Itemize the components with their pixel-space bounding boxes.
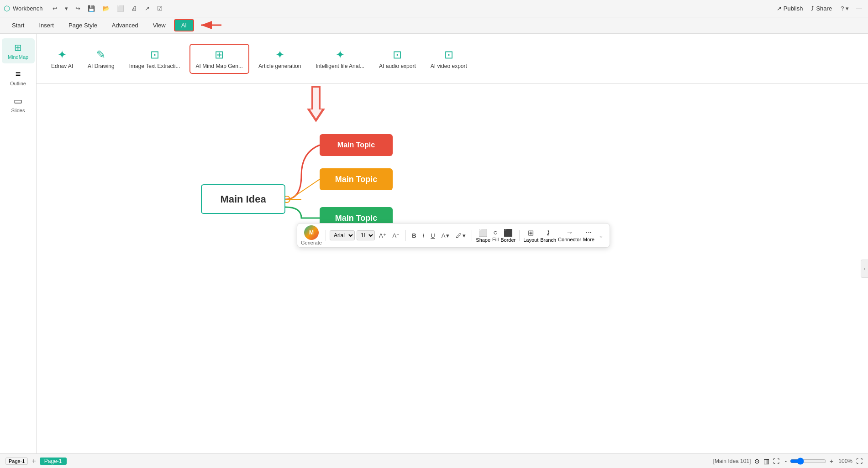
border-icon: ⬛	[504, 229, 513, 237]
font-select[interactable]: Arial	[330, 230, 355, 240]
page-dropdown[interactable]: Page-1	[5, 458, 28, 465]
mindmap-area: Main Topic Main Idea Main Topic Main Top…	[174, 111, 447, 294]
mindmap-icon: ⊞	[14, 42, 22, 53]
bold-button[interactable]: B	[410, 231, 418, 240]
generate-icon: M	[304, 225, 319, 240]
undo-button[interactable]: ↩	[50, 4, 60, 13]
more-icon: ···	[586, 229, 592, 237]
collapse-toolbar-button[interactable]: ⌄	[596, 231, 606, 240]
generate-button[interactable]: M Generate	[301, 225, 322, 245]
italic-button[interactable]: I	[421, 231, 427, 240]
slides-icon: ▭	[14, 95, 22, 106]
left-panel: ⊞ MindMap ≡ Outline ▭ Slides	[0, 34, 37, 453]
menu-page-style[interactable]: Page Style	[62, 20, 104, 31]
status-info: [Main Idea 101]	[713, 458, 751, 464]
workbench-label: Workbench	[13, 5, 43, 12]
toolbar-article-gen[interactable]: ✦ Article generation	[253, 45, 306, 73]
highlight-button[interactable]: 🖊 ▾	[453, 231, 468, 240]
zoom-slider[interactable]	[790, 458, 826, 465]
article-gen-icon: ✦	[275, 48, 284, 61]
help-button[interactable]: ? ▾	[838, 4, 851, 13]
undo-dropdown[interactable]: ▾	[63, 4, 70, 13]
svg-line-7	[290, 179, 320, 199]
ai-drawing-icon: ✎	[96, 48, 105, 61]
share-icon: ⤴	[811, 5, 814, 12]
publish-button[interactable]: ↗ Publish	[777, 5, 803, 12]
outline-icon: ≡	[16, 69, 21, 79]
right-panel-collapse[interactable]: ›	[861, 260, 868, 278]
zoom-out-button[interactable]: -	[783, 458, 788, 465]
connector-button[interactable]: → Connector	[558, 229, 581, 242]
border-button[interactable]: ⬛ Border	[500, 229, 516, 243]
page-button[interactable]: ⬜	[115, 4, 126, 13]
divider-2	[405, 230, 406, 241]
menu-advanced[interactable]: Advanced	[105, 20, 145, 31]
topic-node-red[interactable]: Main Topic	[320, 134, 393, 156]
view-mode-button[interactable]: ▥	[763, 458, 769, 465]
intelligent-file-icon: ✦	[336, 48, 345, 61]
toolbar-ai-audio[interactable]: ⊡ AI audio export	[374, 45, 421, 73]
layout-button[interactable]: ⊞ Layout	[523, 229, 538, 243]
redo-button[interactable]: ↪	[73, 4, 83, 13]
text-color-icon: A	[442, 232, 446, 239]
save-button[interactable]: 💾	[85, 4, 97, 13]
layout-icon: ⊞	[528, 229, 534, 237]
share-button[interactable]: ⤴ Share	[811, 5, 832, 12]
size-select[interactable]: 18	[357, 230, 375, 240]
float-toolbar: M Generate Arial 18 A⁺ A⁻ B I U A ▾	[297, 223, 610, 248]
zoom-control: - +	[783, 458, 835, 465]
toolbar-ai-drawing[interactable]: ✎ AI Drawing	[82, 45, 120, 73]
fill-icon: ○	[493, 229, 498, 237]
toolbar-ai-video[interactable]: ⊡ AI video export	[425, 45, 473, 73]
underline-button[interactable]: U	[428, 231, 437, 240]
menu-bar: Start Insert Page Style Advanced View AI	[0, 17, 868, 34]
print-button[interactable]: 🖨	[129, 4, 140, 13]
canvas[interactable]: M Generate Arial 18 A⁺ A⁻ B I U A ▾	[37, 84, 868, 453]
text-color-button[interactable]: A ▾	[439, 231, 452, 240]
shape-icon: ⬜	[479, 229, 488, 237]
status-bar: Page-1 + Page-1 [Main Idea 101] ⊙ ▥ ⛶ - …	[0, 453, 868, 468]
open-button[interactable]: 📂	[100, 4, 112, 13]
menu-start[interactable]: Start	[5, 20, 31, 31]
minimize-button[interactable]: —	[854, 4, 864, 13]
highlight-icon: 🖊	[456, 232, 462, 239]
ai-video-icon: ⊡	[444, 48, 453, 61]
export-button[interactable]: ↗	[142, 4, 152, 13]
fullscreen-button[interactable]: ⛶	[773, 458, 779, 465]
toolbar-ai-mind-map[interactable]: ⊞ AI Mind Map Gen...	[189, 44, 249, 74]
toolbar-edraw-ai[interactable]: ✦ Edraw AI	[46, 45, 79, 73]
sidebar-item-slides[interactable]: ▭ Slides	[2, 92, 35, 117]
zoom-in-button[interactable]: +	[828, 458, 835, 465]
expand-button[interactable]: ⛶	[856, 458, 863, 465]
sidebar-item-mindmap[interactable]: ⊞ MindMap	[2, 38, 35, 63]
title-bar: ⬡ Workbench ↩ ▾ ↪ 💾 📂 ⬜ 🖨 ↗ ☑ ↗ Publish …	[0, 0, 868, 17]
divider-3	[472, 230, 472, 241]
app-icon: ⬡	[4, 4, 10, 13]
menu-ai[interactable]: AI	[174, 19, 194, 31]
font-decrease-button[interactable]: A⁻	[390, 231, 402, 240]
fill-button[interactable]: ○ Fill	[492, 229, 499, 242]
font-increase-button[interactable]: A⁺	[377, 231, 389, 240]
branch-button[interactable]: ⤸ Branch	[540, 229, 556, 243]
sidebar-item-outline[interactable]: ≡ Outline	[2, 65, 35, 90]
shape-button[interactable]: ⬜ Shape	[476, 229, 490, 243]
divider-4	[519, 230, 520, 241]
color-dropdown-icon: ▾	[446, 232, 449, 239]
topic-node-orange[interactable]: Main Topic	[320, 168, 393, 190]
main-idea-node[interactable]: Main Idea	[201, 184, 285, 214]
connector-icon: →	[566, 229, 573, 237]
divider-1	[326, 230, 326, 241]
help-icon: ?	[841, 5, 844, 12]
add-page-button[interactable]: +	[32, 457, 36, 465]
image-text-icon: ⊡	[150, 48, 159, 61]
active-page-tab[interactable]: Page-1	[40, 458, 67, 465]
check-button[interactable]: ☑	[155, 4, 165, 13]
status-left: Page-1 + Page-1	[5, 457, 67, 465]
toolbar-intelligent-file[interactable]: ✦ Intelligent file Anal...	[310, 45, 370, 73]
more-button[interactable]: ··· More	[583, 229, 594, 242]
menu-insert[interactable]: Insert	[32, 20, 60, 31]
publish-icon: ↗	[777, 5, 782, 12]
menu-view[interactable]: View	[147, 20, 172, 31]
toolbar-image-text[interactable]: ⊡ Image Text Extracti...	[124, 45, 186, 73]
fit-page-button[interactable]: ⊙	[754, 458, 760, 465]
